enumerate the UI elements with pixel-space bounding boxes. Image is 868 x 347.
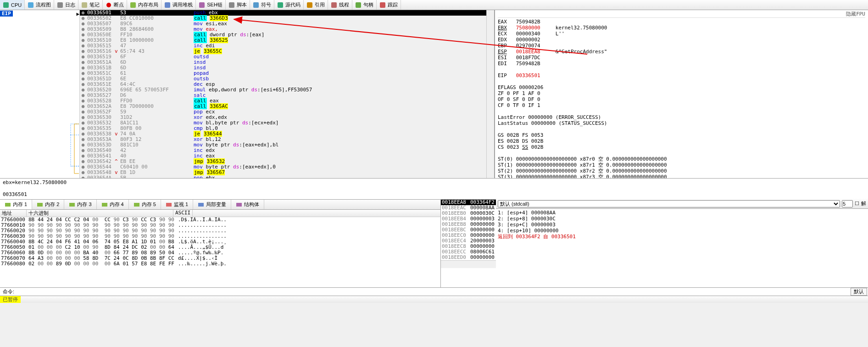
dump-tab-icon [37,201,43,208]
disasm-row[interactable]: ●0033653580FB 00cmp bl,0 [80,126,486,131]
eip-label: EIP [0,11,13,17]
reg-ebx[interactable]: EBX 75080000 kernel32.75080000 [498,25,865,31]
svg-rect-3 [82,2,87,8]
tab-label: 符号 [261,1,271,8]
dump-tab-4[interactable]: 内存 5 [129,200,161,209]
tab-stack[interactable]: 调用堆栈 [161,0,196,10]
disasm-row[interactable]: ●0033651A6Dinsd [80,60,486,65]
disasm-row[interactable]: ●0033651C61popad [80,71,486,76]
log-icon [57,2,63,8]
dump-tab-2[interactable]: 内存 3 [64,200,96,209]
svg-rect-2 [57,2,63,8]
stack-row[interactable]: 0018EED000000000 [441,255,496,260]
eip-arrow-icon: ▶ [76,11,79,17]
tab-sym[interactable]: 符号 [250,0,274,10]
dump-rows[interactable]: 776600008B 44 24 04 CC C2 04 00 CC 90 C3… [0,217,440,287]
reg-esp[interactable]: ESP 0018EEA8 &"GetProcAddress" [498,49,865,55]
disasm-row[interactable]: ●0033651D6Eoutsb [80,76,486,82]
disasm-row[interactable]: ●00336502E8 CC010000call 3366D3 [80,16,486,21]
svg-rect-5 [130,2,136,8]
register-view[interactable]: 隐藏FPU EAX 7509482B EBX 75080000 kernel32… [495,10,868,178]
svg-rect-22 [198,203,204,207]
disasm-vscroll[interactable] [486,10,494,178]
dump-section: 内存 1内存 2内存 3内存 4内存 5监视 1局部变量结构体 地址 十六进制 … [0,200,441,287]
eip-reg-value: 00336501 [516,73,540,78]
handle-icon [355,2,362,8]
dump-tab-0[interactable]: 内存 1 [0,200,32,209]
eip-column: EIP ▶ [0,10,80,178]
reg-eax[interactable]: EAX 7509482B [498,19,865,25]
dump-tab-1[interactable]: 内存 2 [32,200,64,209]
callconv-section: 默认 (stdcall) ☐ 解 1: [esp+4] 000008AA2: [… [496,200,868,287]
lock-icon[interactable]: ☐ [855,201,859,207]
dump-row[interactable]: 7766008002 00 00 89 0D 00 00 00 00 6A 01… [0,261,440,267]
disasm-row[interactable]: ●00336520696E 65 570053FFimul ebp,dword … [80,87,486,93]
main-toolbar: CPU流程图日志笔记断点内存布局调用堆栈SEH链脚本符号源代码引用线程句柄跟踪 [0,0,868,10]
svg-rect-16 [5,203,11,207]
disasm-row[interactable]: ●00336516v65:74 43je 33655C [80,49,486,54]
tab-cpu[interactable]: CPU [0,0,25,10]
disasm-row[interactable]: ●0033651B6Dinsd [80,65,486,71]
reg-edi[interactable]: EDI 7509482B [498,61,865,67]
info-line1: ebx=kernel32.75080000 [3,179,865,185]
svg-point-4 [106,3,111,7]
tab-note[interactable]: 笔记 [78,0,103,10]
disasm-row[interactable]: ●0033653A80F3 12xor bl,12 [80,137,486,142]
callconv-rows: 1: [esp+4] 000008AA2: [esp+8] 0000030C3:… [496,209,868,241]
disasm-row[interactable]: ●00336548vEB 1Djmp 336567 [80,170,486,175]
cmd-right-button[interactable]: 默认 [851,288,867,296]
disasm-row[interactable]: ●0033654042inc edx [80,148,486,153]
tab-handle[interactable]: 句柄 [352,0,377,10]
reg-esi[interactable]: ESI 0018F7DC [498,55,865,61]
cpu-main: EIP ▶ ●0033650153push ebx●00336502E8 CC0… [0,10,868,178]
cmd-label: 命令: [0,288,17,295]
tab-ref[interactable]: 引用 [304,0,328,10]
tab-seh[interactable]: SEH链 [196,0,226,10]
svg-rect-17 [37,203,43,207]
dump-tab-5[interactable]: 监视 1 [161,200,193,209]
tab-src[interactable]: 源代码 [274,0,304,10]
svg-rect-6 [165,2,170,8]
script-icon [228,2,235,8]
disasm-row[interactable]: ●00336544C60410 00mov byte ptr ds:[eax+e… [80,164,486,170]
callconv-select[interactable]: 默认 (stdcall) [498,200,840,207]
tab-log[interactable]: 日志 [54,0,78,10]
disasm-row[interactable]: ●0033652AE8 7D000000call 3365AC [80,104,486,109]
tab-label: SEH链 [207,1,223,8]
tab-trace[interactable]: 跟踪 [377,0,401,10]
disasm-row[interactable]: ●00336527D6salc [80,93,486,98]
disasm-row[interactable]: ●0033654140inc eax [80,153,486,159]
reg-edx[interactable]: EDX 00000002 [498,37,865,43]
disasm-row[interactable]: ●0033653D881C10mov byte ptr ds:[eax+edx]… [80,142,486,148]
stack-hscroll[interactable] [441,260,496,268]
disasm-row[interactable]: ●00336510E8 10000000call 336525 [80,38,486,43]
disasm-view[interactable]: ●0033650153push ebx●00336502E8 CC010000c… [80,10,486,178]
st-row: ST(3) 00000000000000000000 x87r3 空 0.000… [498,174,865,178]
tab-label: 脚本 [237,1,247,8]
hide-fpu-button[interactable]: 隐藏FPU [498,11,865,18]
disasm-row[interactable]: ●003365196Foutsd [80,54,486,60]
tab-flow[interactable]: 流程图 [25,0,54,10]
reg-ebp[interactable]: EBP 02970074 [498,43,865,49]
callconv-count[interactable] [842,200,853,207]
tab-label: 日志 [65,1,75,8]
disasm-row[interactable]: ●0033653031D2xor edx,edx [80,115,486,120]
st-row: ST(0) 00000000000000000000 x87r0 空 0.000… [498,156,865,162]
dump-hdr-ascii: ASCII [173,210,193,217]
tab-label: 笔记 [89,1,100,8]
dump-tab-7[interactable]: 结构体 [231,200,264,209]
tab-script[interactable]: 脚本 [226,0,250,10]
cmd-input[interactable] [17,288,851,296]
disasm-row[interactable]: ●0033652F59pop ecx [80,109,486,115]
tab-mem[interactable]: 内存布局 [127,0,161,10]
tab-thread[interactable]: 线程 [328,0,352,10]
tab-label: CPU [11,2,22,8]
dump-tab-6[interactable]: 局部变量 [193,200,231,209]
cpu-left: EIP ▶ ●0033650153push ebx●00336502E8 CC0… [0,10,495,178]
dump-tab-3[interactable]: 内存 4 [97,200,129,209]
stack-view[interactable]: 0018EEA8003364F20018EEAC000008AA0018EEB0… [441,200,496,287]
reg-ecx[interactable]: ECX 00000340 L'' [498,31,865,37]
disasm-row[interactable]: ●00336509B8 28684600mov eax, [80,27,486,32]
callconv-arg: 1: [esp+4] 000008AA [498,210,866,216]
tab-bp[interactable]: 断点 [103,0,127,10]
